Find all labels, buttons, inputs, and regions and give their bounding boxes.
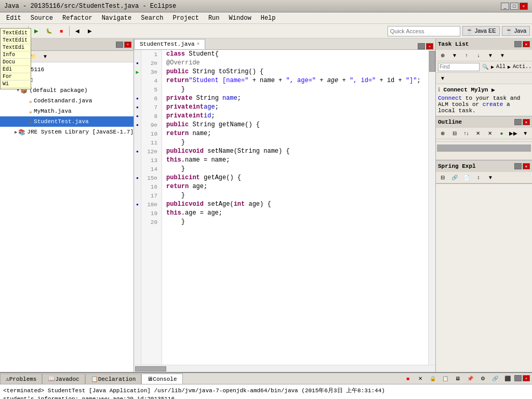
menu-search[interactable]: Search — [137, 14, 167, 23]
mylyn-btn-chevron[interactable]: ▼ — [437, 73, 448, 84]
menu-source[interactable]: Source — [26, 14, 57, 23]
connect-link[interactable]: Connect — [438, 95, 462, 101]
tooltip-textedit-1[interactable]: TextEdit — [2, 30, 30, 37]
spring-btn-3[interactable]: 📄 — [461, 172, 472, 183]
outline-btn-3[interactable]: ↑↓ — [461, 128, 472, 139]
menu-project[interactable]: Project — [168, 14, 203, 23]
outline-btn-4[interactable]: ✕ — [472, 128, 484, 139]
outline-btn-2[interactable]: ⊟ — [449, 128, 460, 139]
menu-run[interactable]: Run — [204, 14, 224, 23]
task-btn-4[interactable]: ↓ — [473, 50, 484, 61]
maximize-button[interactable]: □ — [510, 3, 518, 10]
task-list-close[interactable]: × — [523, 41, 530, 47]
tab-problems[interactable]: ⚠ Problems — [0, 374, 42, 384]
console-link-btn[interactable]: 🔗 — [489, 373, 501, 384]
editor-min[interactable] — [418, 43, 425, 49]
console-clear-btn[interactable]: ✕ — [415, 373, 426, 384]
bottom-close[interactable]: × — [523, 375, 530, 381]
spring-btn-2[interactable]: 🔗 — [449, 172, 460, 183]
tab-javadoc[interactable]: 📖 Javadoc — [42, 374, 85, 384]
outline-btn-1[interactable]: ⊕ — [437, 128, 448, 139]
java-perspective[interactable]: ☕ Java — [502, 26, 530, 36]
tree-codestandard[interactable]: ▶ ☕ CodeStandard.java — [0, 96, 134, 106]
line-num-12: 12⊖ — [141, 147, 159, 156]
console-pin-btn[interactable]: 📌 — [464, 373, 476, 384]
titlebar-controls[interactable]: _ □ × — [501, 3, 528, 10]
tree-jre[interactable]: ▶ 📚 JRE System Library [JavaSE-1.7] — [0, 127, 134, 137]
task-btn-1[interactable]: ⊕ — [437, 50, 448, 61]
tree-mymath[interactable]: ▶ ☕ MyMath.java — [0, 106, 134, 116]
tab-close-icon[interactable]: × — [197, 42, 200, 47]
tooltip-docu[interactable]: Docu — [2, 59, 30, 66]
outline-btn-chevron[interactable]: ▼ — [520, 128, 531, 139]
menu-edit[interactable]: Edit — [2, 14, 25, 23]
task-btn-2[interactable]: ▼ — [449, 50, 460, 61]
explorer-close[interactable]: × — [124, 42, 131, 48]
tooltip-edi[interactable]: Edi — [2, 66, 30, 73]
create-link[interactable]: create — [483, 101, 503, 108]
console-settings-btn[interactable]: ⚙ — [477, 373, 488, 384]
connect-mylyn-expand[interactable]: ▶ — [491, 87, 495, 92]
debug-button[interactable]: 🐛 — [43, 25, 55, 37]
view-menu-button[interactable]: ▼ — [39, 51, 51, 62]
code-line-8: private int id; — [166, 112, 424, 121]
close-button[interactable]: × — [520, 3, 528, 10]
console-stop-btn[interactable]: ■ — [402, 373, 414, 384]
bottom-min[interactable] — [514, 375, 522, 381]
outline-close[interactable]: × — [523, 119, 530, 125]
editor-scrollbar[interactable] — [428, 50, 435, 365]
menu-window[interactable]: Window — [225, 14, 256, 23]
tab-console[interactable]: 🖥 Console — [141, 374, 182, 384]
find-input[interactable] — [438, 63, 480, 71]
line-num-14: 14 — [141, 165, 159, 174]
stop-button[interactable]: ■ — [56, 25, 67, 37]
outline-btn-7[interactable]: ▶▶ — [508, 128, 520, 139]
bottom-controls: ■ ✕ 🔒 📋 🖥 📌 ⚙ 🔗 ⬛ × — [402, 373, 532, 384]
tooltip-textedit-2[interactable]: TextEdit — [2, 37, 30, 44]
tab-declaration[interactable]: 📋 Declaration — [85, 374, 142, 384]
editor-close[interactable]: × — [426, 43, 433, 49]
run-button[interactable]: ▶ — [31, 25, 42, 37]
find-search-button[interactable]: 🔍 — [482, 61, 489, 73]
tooltip-for[interactable]: For — [2, 73, 30, 81]
horizontal-scrollbar[interactable] — [134, 365, 435, 372]
minimize-button[interactable]: _ — [501, 3, 509, 10]
quick-access-input[interactable] — [388, 26, 460, 36]
spring-btn-chevron[interactable]: ▼ — [485, 172, 496, 183]
tooltip-w[interactable]: Wi — [2, 81, 30, 88]
task-btn-chevron[interactable]: ▼ — [497, 50, 508, 61]
console-expand-btn[interactable]: ⬛ — [502, 373, 513, 384]
line-num-16: 16 — [141, 182, 159, 191]
spring-expl-min[interactable] — [514, 163, 522, 169]
console-scroll-lock-btn[interactable]: 🔒 — [427, 373, 438, 384]
filter-acti-label[interactable]: Acti... — [513, 64, 532, 70]
forward-button[interactable]: ▶ — [84, 25, 96, 37]
tooltip-textedit-3[interactable]: TextEdi — [2, 44, 30, 51]
spring-expl-controls: × — [514, 163, 530, 169]
menu-navigate[interactable]: Navigate — [98, 14, 136, 23]
outline-btn-5[interactable]: ✕ — [484, 128, 496, 139]
task-list-min[interactable] — [514, 41, 522, 47]
spring-expl-close[interactable]: × — [523, 163, 530, 169]
line-num-9: 9⊖ — [141, 121, 159, 129]
tooltip-info[interactable]: Info — [2, 51, 30, 59]
console-view-btn[interactable]: 📋 — [440, 373, 451, 384]
task-btn-5[interactable]: ▼ — [485, 50, 496, 61]
outline-btn-6[interactable]: ● — [496, 128, 508, 139]
code-content[interactable]: class Student{ @Override public String t… — [162, 50, 428, 365]
java-ee-perspective[interactable]: ☕ Java EE — [462, 26, 500, 36]
spring-btn-1[interactable]: ⊟ — [437, 172, 448, 183]
explorer-min[interactable] — [116, 42, 123, 48]
tree-studenttest[interactable]: ▶ ☕ StudentTest.java — [0, 116, 134, 127]
line-num-6: 6 — [141, 94, 159, 103]
task-btn-3[interactable]: ↑ — [461, 50, 472, 61]
spring-btn-4[interactable]: ↕ — [473, 172, 484, 183]
outline-min[interactable] — [514, 119, 522, 125]
menu-help[interactable]: Help — [257, 14, 280, 23]
menu-refactor[interactable]: Refactor — [58, 14, 97, 23]
editor-tab-studenttest[interactable]: StudentTest.java × — [134, 39, 205, 49]
console-new-btn[interactable]: 🖥 — [452, 373, 463, 384]
toolbar: 📄 💾 ▶ 🐛 ■ ◀ ▶ ☕ Java EE ☕ Java — [0, 24, 532, 38]
back-button[interactable]: ◀ — [72, 25, 83, 37]
filter-all-label[interactable]: All — [496, 64, 506, 70]
